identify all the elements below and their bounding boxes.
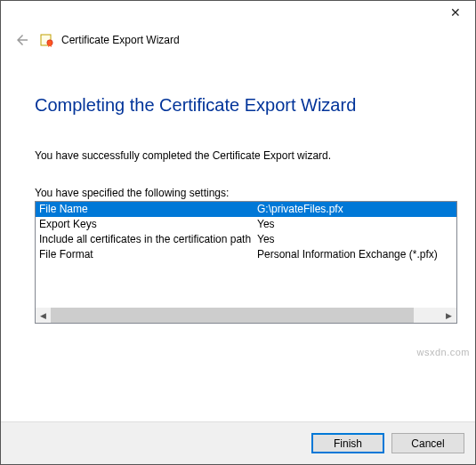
- setting-value: G:\privateFiles.pfx: [257, 202, 456, 217]
- back-arrow-icon: [14, 32, 30, 48]
- scroll-left-button[interactable]: ◀: [36, 308, 51, 323]
- scroll-thumb[interactable]: [51, 308, 414, 323]
- success-message: You have successfully completed the Cert…: [35, 149, 457, 162]
- close-icon: ✕: [450, 5, 461, 20]
- setting-key: File Name: [39, 202, 257, 217]
- titlebar: ✕: [1, 1, 475, 26]
- table-row[interactable]: File FormatPersonal Information Exchange…: [36, 247, 456, 262]
- wizard-header: Certificate Export Wizard: [1, 26, 475, 54]
- scroll-right-button[interactable]: ▶: [441, 308, 456, 323]
- setting-key: File Format: [39, 247, 257, 262]
- settings-intro-label: You have specified the following setting…: [35, 187, 457, 199]
- scroll-track[interactable]: [51, 308, 441, 323]
- back-button[interactable]: [12, 29, 33, 51]
- setting-key: Include all certificates in the certific…: [39, 232, 257, 247]
- setting-value: Yes: [257, 217, 456, 232]
- watermark: wsxdn.com: [416, 347, 470, 357]
- settings-list: File NameG:\privateFiles.pfxExport KeysY…: [35, 201, 457, 324]
- finish-button[interactable]: Finish: [311, 433, 384, 453]
- table-row[interactable]: File NameG:\privateFiles.pfx: [36, 202, 456, 217]
- close-button[interactable]: ✕: [436, 1, 475, 26]
- footer: Finish Cancel: [1, 421, 475, 464]
- horizontal-scrollbar[interactable]: ◀ ▶: [36, 308, 456, 323]
- wizard-title: Certificate Export Wizard: [61, 34, 180, 46]
- cancel-button[interactable]: Cancel: [391, 433, 464, 453]
- page-heading: Completing the Certificate Export Wizard: [35, 95, 457, 116]
- table-row[interactable]: Include all certificates in the certific…: [36, 232, 456, 247]
- setting-value: Personal Information Exchange (*.pfx): [257, 247, 456, 262]
- chevron-right-icon: ▶: [446, 311, 452, 320]
- chevron-left-icon: ◀: [40, 311, 46, 320]
- table-row[interactable]: Export KeysYes: [36, 217, 456, 232]
- setting-value: Yes: [257, 232, 456, 247]
- certificate-icon: [38, 31, 56, 49]
- setting-key: Export Keys: [39, 217, 257, 232]
- content-area: Completing the Certificate Export Wizard…: [35, 95, 457, 324]
